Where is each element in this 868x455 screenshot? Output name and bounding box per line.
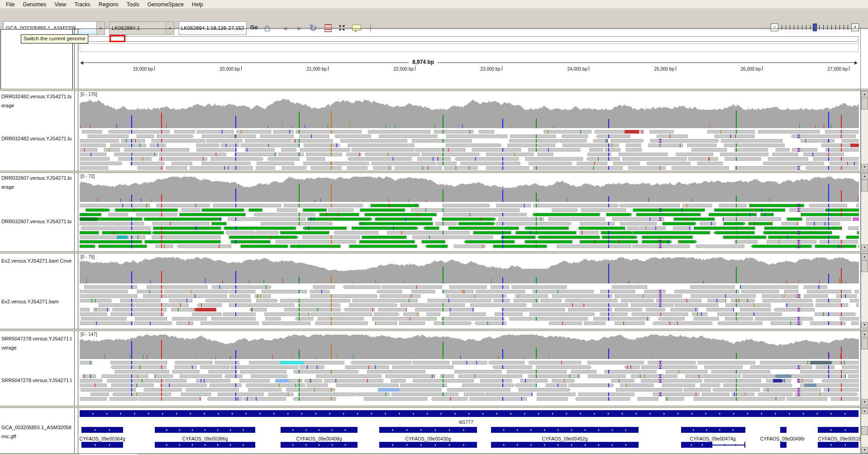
menu-tools[interactable]: Tools: [123, 0, 143, 9]
coverage-range-label: [0 - 147]: [81, 332, 97, 337]
track-name-label[interactable]: DRR032607.versus.YJS4271.bam: [1, 217, 72, 226]
gene-label-CYFAOS_09e00408g: CYFAOS_09e00408g: [296, 436, 342, 441]
back-icon[interactable]: ◀: [283, 25, 287, 31]
ruler-tick-mark: [415, 66, 415, 71]
genome-combo-dropdown-icon[interactable]: ▼: [96, 22, 105, 34]
scrollbar-thumb[interactable]: [861, 98, 868, 110]
zoom-control[interactable]: − +: [769, 23, 860, 31]
gene-label-CYFAOS_09e00474g: CYFAOS_09e00474g: [690, 436, 736, 441]
forward-icon[interactable]: ▶: [297, 25, 301, 31]
chromosome-combo-dropdown-icon[interactable]: ▼: [166, 22, 174, 34]
region-of-interest-box[interactable]: [110, 35, 125, 42]
ruler-arrow-right-icon: [854, 61, 858, 65]
scrollbar-thumb[interactable]: [861, 426, 868, 435]
menu-genomespace[interactable]: GenomeSpace: [143, 0, 188, 9]
panel-scrollbar[interactable]: ▲▼: [861, 91, 868, 170]
ruler-span-line: [81, 62, 856, 63]
gene-box-CYFAOS_09e00386g[interactable]: ›››››››: [155, 427, 255, 433]
menu-help[interactable]: Help: [188, 0, 207, 9]
panel-splitter[interactable]: [0, 406, 868, 408]
ruler-span-label: 8,974 bp: [409, 59, 438, 65]
track-name-label[interactable]: Ex2.versus.YJS4271.bam: [1, 297, 72, 306]
track-name-label[interactable]: Ex2.versus.YJS4271.bam Covera: [1, 256, 72, 265]
alignment-panel-Ex2[interactable]: [80, 254, 859, 328]
zoom-slider-thumb[interactable]: [813, 24, 817, 31]
panel-scrollbar[interactable]: ▲▼: [861, 254, 868, 328]
gene-label-CYFAOS_09e00452g: CYFAOS_09e00452g: [542, 436, 588, 441]
scrollbar-thumb[interactable]: [861, 180, 868, 192]
gene-label-CYFAOS_09e00364g: CYFAOS_09e00364g: [80, 436, 125, 441]
chromosome-overview-strip[interactable]: [80, 43, 858, 52]
scroll-down-icon[interactable]: ▼: [861, 399, 868, 405]
track-name-label[interactable]: DRR032607.versus.YJS4271.bamerage: [1, 173, 72, 192]
scroll-up-icon[interactable]: ▲: [861, 254, 868, 260]
zoom-out-button[interactable]: −: [771, 24, 778, 31]
gene-box-CYFAOS_09e00430g[interactable]: ››››››: [379, 427, 477, 433]
home-icon[interactable]: ⌂: [264, 22, 271, 33]
menu-tracks[interactable]: Tracks: [70, 0, 95, 9]
gene-box-CYFAOS_09e00474g[interactable]: ‹‹‹‹: [681, 427, 745, 433]
zoom-in-button[interactable]: +: [851, 24, 859, 31]
ruler-tick-label: 20,000 bp: [207, 67, 240, 72]
mrna-box-CYFAOS_09e00518g[interactable]: ‹‹: [818, 442, 858, 448]
menu-file[interactable]: File: [2, 0, 19, 9]
track-name-label[interactable]: DRR032482.versus.YJS4271.bamerage: [1, 92, 72, 110]
scroll-down-icon[interactable]: ▼: [861, 244, 868, 251]
track-name-label[interactable]: GCA_003205855.1_ASM320585mic.gff: [1, 423, 72, 441]
attribute-panel-line: [78, 29, 78, 453]
chromosome-ideogram[interactable]: [80, 36, 858, 42]
track-name-label[interactable]: DRR032482.versus.YJS4271.bam: [1, 134, 72, 143]
zoom-slider[interactable]: [780, 24, 850, 31]
ruler-tick-label: 19,000 bp: [120, 67, 153, 72]
scrollbar-thumb[interactable]: [861, 338, 868, 350]
gene-label-CYFAOS_09e00430g: CYFAOS_09e00430g: [405, 436, 451, 441]
gene-box-CYFAOS_09e00518g[interactable]: ‹‹: [818, 427, 858, 433]
ruler-arrow-left-icon: [80, 61, 83, 65]
mrna-box-CYFAOS_09e00496r[interactable]: [780, 442, 787, 448]
alignment-panel-DRR032482[interactable]: [80, 91, 859, 170]
menu-genomes[interactable]: Genomes: [19, 0, 50, 9]
gene-box-CYFAOS_09e00496r[interactable]: [780, 427, 787, 433]
refresh-icon[interactable]: ↻: [309, 23, 317, 34]
scroll-up-icon[interactable]: ▲: [861, 408, 868, 414]
scroll-up-icon[interactable]: ▲: [861, 173, 868, 179]
track-name-label[interactable]: SRR5047278.versus.YJS4271.bam: [1, 376, 72, 385]
mrna-box-CYFAOS_09e00452g[interactable]: ‹‹‹‹‹‹‹‹‹‹: [491, 442, 639, 448]
gene-box-CYFAOS_09e00364g[interactable]: ‹‹: [81, 427, 123, 433]
gene-label-CYFAOS_09e00386g: CYFAOS_09e00386g: [182, 436, 228, 441]
alignment-panel-DRR032607[interactable]: [80, 173, 859, 251]
ruler-tick-label: 22,000 bp: [381, 67, 414, 72]
alignment-panel-SRR5047278[interactable]: [80, 331, 859, 405]
menu-bar: FileGenomesViewTracksRegionsToolsGenomeS…: [0, 0, 868, 9]
ruler-tick-label: 23,000 bp: [468, 67, 501, 72]
gene-box-CYFAOS_09e00408g[interactable]: ›››››: [281, 427, 358, 433]
ruler-tick-mark: [241, 66, 242, 71]
mrna-exon-CYFAOS_09e00474g[interactable]: ‹‹: [681, 442, 712, 448]
scrollbar-thumb[interactable]: [861, 260, 868, 272]
transcript-bar-id1777[interactable]: ››››››››››››››››››››››››››››››››››››››››…: [80, 410, 858, 417]
scroll-down-icon[interactable]: ▼: [861, 322, 868, 328]
mrna-box-CYFAOS_09e00408g[interactable]: ›››››: [281, 442, 358, 448]
mrna-box-CYFAOS_09e00386g[interactable]: ›››››››: [155, 442, 255, 448]
locus-input[interactable]: [179, 21, 247, 35]
mrna-box-CYFAOS_09e00364g[interactable]: ‹‹: [81, 442, 123, 448]
panel-scrollbar[interactable]: ▲▼: [861, 331, 868, 405]
scroll-down-icon[interactable]: ▼: [861, 447, 868, 453]
gene-label-CYFAOS_09e00518g: CYFAOS_09e00518g: [818, 436, 864, 441]
menu-view[interactable]: View: [50, 0, 70, 9]
region-tool-icon[interactable]: [324, 24, 332, 32]
track-name-label[interactable]: SRR5047278.versus.YJS4271.bamverage: [1, 334, 72, 352]
menu-regions[interactable]: Regions: [95, 0, 123, 9]
scroll-up-icon[interactable]: ▲: [861, 91, 868, 97]
panel-scrollbar[interactable]: ▲▼: [861, 173, 868, 251]
scroll-up-icon[interactable]: ▲: [861, 331, 868, 337]
panel-scrollbar[interactable]: ▲▼: [861, 408, 868, 453]
tooltip-bubble-icon[interactable]: [352, 24, 361, 31]
chromosome-combo[interactable]: LK052894.1 ▼: [109, 21, 174, 35]
scroll-down-icon[interactable]: ▼: [861, 164, 868, 170]
content-border: [0, 29, 868, 29]
mrna-box-CYFAOS_09e00430g[interactable]: ››››››: [379, 442, 477, 448]
gene-box-CYFAOS_09e00452g[interactable]: ‹‹‹‹‹‹‹‹‹‹: [491, 427, 639, 433]
ruler-tick-mark: [676, 66, 676, 71]
go-button[interactable]: Go: [250, 24, 258, 31]
